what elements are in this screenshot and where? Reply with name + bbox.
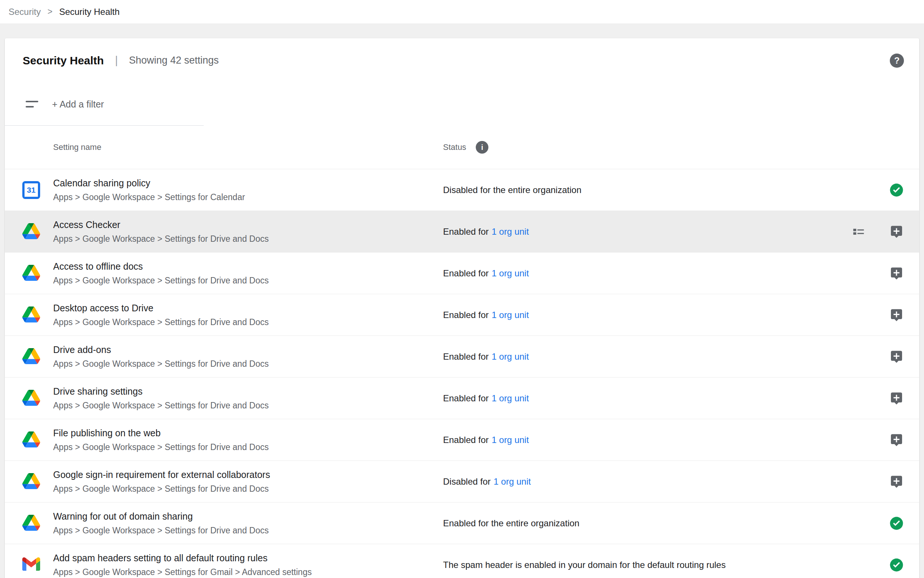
- drive-icon: [22, 307, 40, 324]
- setting-cell: Google sign-in requirement for external …: [53, 469, 443, 494]
- table-row[interactable]: 31: [5, 169, 919, 211]
- status-cell: Enabled for1 org unit: [443, 351, 890, 362]
- status-cell: Disabled for1 org unit: [443, 476, 890, 487]
- setting-name: Access Checker: [53, 219, 443, 230]
- table-row[interactable]: 31: [5, 544, 919, 578]
- org-unit-link[interactable]: 1 org unit: [492, 351, 529, 362]
- table-row[interactable]: 31: [5, 294, 919, 336]
- org-unit-link[interactable]: 1 org unit: [492, 268, 529, 278]
- status-cell: Enabled for the entire organization: [443, 518, 890, 529]
- table-row[interactable]: 31: [5, 211, 919, 253]
- drive-icon: [22, 223, 40, 241]
- setting-cell: Calendar sharing policy Apps > Google Wo…: [53, 178, 443, 202]
- org-unit-link[interactable]: 1 org unit: [492, 435, 529, 445]
- breadcrumb-security[interactable]: Security: [8, 7, 41, 17]
- row-actions: [890, 558, 919, 572]
- status-text: Enabled for the entire organization: [443, 518, 579, 528]
- recommendation-flag-icon[interactable]: [890, 225, 903, 239]
- drive-icon: [22, 473, 40, 491]
- setting-name: Add spam headers setting to all default …: [53, 553, 443, 563]
- table-row[interactable]: 31: [5, 378, 919, 419]
- recommendation-flag-icon[interactable]: [890, 350, 903, 364]
- row-actions: [890, 308, 919, 322]
- info-icon[interactable]: i: [476, 141, 489, 154]
- org-unit-link[interactable]: 1 org unit: [492, 310, 529, 320]
- details-icon[interactable]: [851, 225, 866, 239]
- app-icon-cell: 31: [5, 555, 53, 575]
- app-icon-cell: 31: [5, 389, 53, 408]
- app-icon-cell: 31: [5, 347, 53, 366]
- help-icon[interactable]: ?: [890, 54, 904, 68]
- status-cell: The spam header is enabled in your domai…: [443, 560, 890, 570]
- settings-count: Showing 42 settings: [129, 55, 219, 66]
- row-actions: [890, 475, 919, 489]
- status-cell: Enabled for1 org unit: [443, 310, 890, 320]
- recommendation-flag-icon[interactable]: [890, 475, 903, 489]
- row-actions: [890, 183, 919, 197]
- app-icon-cell: 31: [5, 514, 53, 533]
- setting-cell: Drive add-ons Apps > Google Workspace > …: [53, 344, 443, 369]
- filter-icon: [26, 101, 39, 107]
- org-unit-link[interactable]: 1 org unit: [492, 393, 529, 403]
- setting-path: Apps > Google Workspace > Settings for D…: [53, 484, 443, 494]
- status-text: The spam header is enabled in your domai…: [443, 560, 725, 570]
- row-actions: [851, 225, 919, 239]
- filter-divider: [5, 125, 204, 126]
- status-cell: Enabled for1 org unit: [443, 393, 890, 404]
- setting-name: Google sign-in requirement for external …: [53, 469, 443, 480]
- status-cell: Enabled for1 org unit: [443, 435, 890, 445]
- setting-name: Access to offline docs: [53, 261, 443, 272]
- title-separator: |: [115, 54, 118, 67]
- table-row[interactable]: 31: [5, 253, 919, 294]
- status-cell: Enabled for1 org unit: [443, 268, 890, 279]
- status-cell: Disabled for the entire organization: [443, 185, 890, 195]
- column-setting-name: Setting name: [53, 143, 443, 152]
- setting-path: Apps > Google Workspace > Settings for D…: [53, 317, 443, 327]
- app-icon-cell: 31: [5, 222, 53, 241]
- table-row[interactable]: 31: [5, 461, 919, 502]
- check-circle-icon: [890, 516, 903, 530]
- add-filter-button[interactable]: + Add a filter: [52, 99, 104, 110]
- breadcrumb-current: Security Health: [59, 7, 120, 17]
- recommendation-flag-icon[interactable]: [890, 391, 903, 406]
- setting-name: Desktop access to Drive: [53, 303, 443, 313]
- recommendation-flag-icon[interactable]: [890, 308, 903, 322]
- setting-cell: Add spam headers setting to all default …: [53, 553, 443, 577]
- gmail-icon: [22, 557, 40, 575]
- setting-path: Apps > Google Workspace > Settings for D…: [53, 359, 443, 369]
- setting-name: Calendar sharing policy: [53, 178, 443, 188]
- setting-cell: File publishing on the web Apps > Google…: [53, 428, 443, 452]
- setting-cell: Drive sharing settings Apps > Google Wor…: [53, 386, 443, 410]
- status-text: Disabled for the entire organization: [443, 185, 581, 195]
- status-text: Enabled for: [443, 435, 489, 445]
- org-unit-link[interactable]: 1 org unit: [494, 476, 531, 487]
- status-text: Enabled for: [443, 393, 489, 403]
- table-row[interactable]: 31: [5, 419, 919, 461]
- org-unit-link[interactable]: 1 org unit: [492, 227, 529, 237]
- app-icon-cell: 31: [5, 430, 53, 449]
- check-circle-icon: [890, 558, 903, 572]
- app-icon-cell: 31: [5, 264, 53, 283]
- drive-icon: [22, 432, 40, 449]
- status-text: Enabled for: [443, 227, 489, 237]
- table-row[interactable]: 31: [5, 336, 919, 378]
- table-row[interactable]: 31: [5, 502, 919, 544]
- drive-icon: [22, 390, 40, 408]
- drive-icon: [22, 265, 40, 283]
- row-actions: [890, 350, 919, 364]
- row-actions: [890, 391, 919, 406]
- setting-path: Apps > Google Workspace > Settings for G…: [53, 567, 443, 577]
- security-health-card: Security Health | Showing 42 settings ? …: [5, 38, 919, 578]
- drive-icon: [22, 348, 40, 366]
- breadcrumb-separator-icon: >: [48, 7, 52, 17]
- status-text: Enabled for: [443, 310, 489, 320]
- setting-path: Apps > Google Workspace > Settings for D…: [53, 526, 443, 535]
- table-header: Setting name Status i: [5, 126, 919, 169]
- recommendation-flag-icon[interactable]: [890, 266, 903, 281]
- calendar-icon: 31: [22, 181, 40, 199]
- row-actions: [890, 516, 919, 530]
- row-actions: [890, 266, 919, 281]
- column-status: Status: [443, 143, 466, 152]
- filter-bar: + Add a filter: [5, 83, 919, 126]
- recommendation-flag-icon[interactable]: [890, 433, 903, 447]
